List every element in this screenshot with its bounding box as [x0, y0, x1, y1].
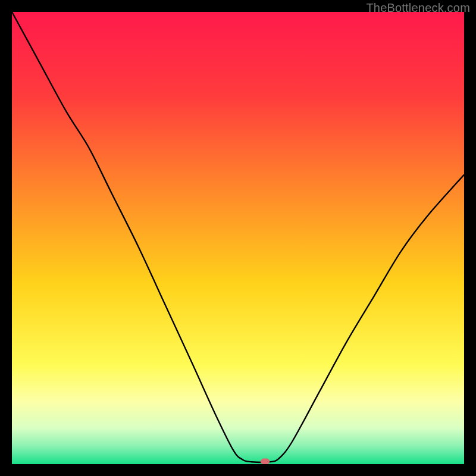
chart-background — [12, 12, 464, 464]
bottleneck-chart — [12, 12, 464, 464]
watermark-text: TheBottleneck.com — [366, 1, 470, 15]
optimal-point-marker — [261, 459, 270, 465]
chart-frame: TheBottleneck.com — [0, 0, 476, 476]
